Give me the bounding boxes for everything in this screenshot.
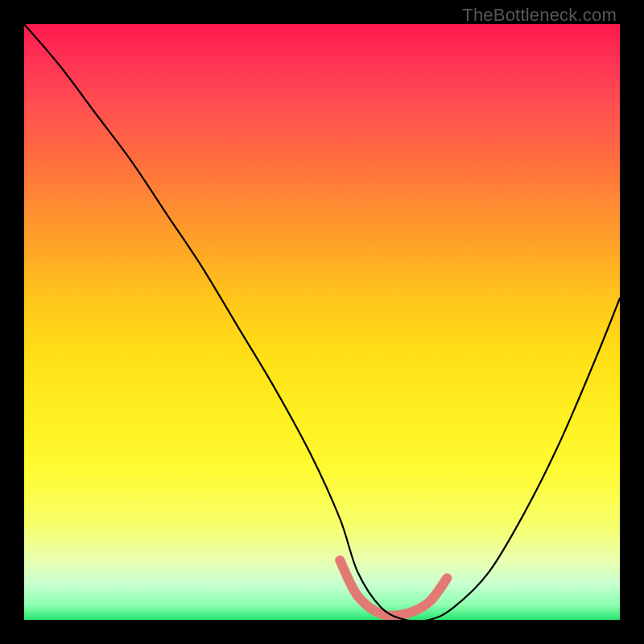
chart-svg bbox=[24, 24, 620, 620]
watermark-text: TheBottleneck.com bbox=[462, 5, 617, 26]
chart-frame: TheBottleneck.com bbox=[0, 0, 644, 644]
plot-area bbox=[24, 24, 620, 620]
bottleneck-curve bbox=[24, 24, 620, 620]
